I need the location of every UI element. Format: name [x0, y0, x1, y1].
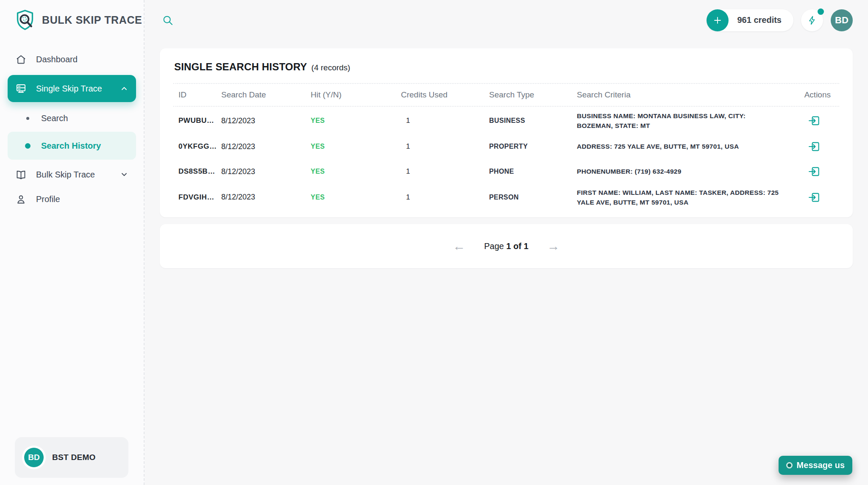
arrow-left-icon: ←	[453, 239, 465, 253]
book-icon	[15, 169, 27, 180]
sidebar-item-search-history[interactable]: Search History	[8, 132, 136, 160]
enter-icon	[808, 165, 821, 178]
column-header-search-type: Search Type	[489, 90, 577, 100]
search-history-card: SINGLE SEARCH HISTORY (4 records) ID Sea…	[160, 48, 853, 217]
cell-search-date: 8/12/2023	[221, 142, 311, 151]
sidebar-item-label: Dashboard	[36, 55, 78, 64]
page-title: SINGLE SEARCH HISTORY	[174, 61, 307, 73]
page-indicator-current: 1 of 1	[506, 241, 529, 251]
status-ring-icon	[786, 462, 793, 468]
activity-button[interactable]	[801, 9, 823, 31]
card-title-row: SINGLE SEARCH HISTORY (4 records)	[173, 48, 839, 84]
sidebar-nav: Dashboard Single Skip Trace Search	[0, 40, 144, 211]
add-credits-button[interactable]	[707, 9, 729, 31]
table-row: 0YKFGG… 8/12/2023 YES 1 PROPERTY ADDRESS…	[173, 134, 839, 159]
cell-hit: YES	[311, 117, 401, 125]
sidebar-item-single-skip-trace[interactable]: Single Skip Trace	[8, 75, 136, 102]
open-record-button[interactable]	[807, 139, 821, 154]
sidebar-item-label: Search History	[41, 141, 101, 151]
sidebar-item-profile[interactable]: Profile	[8, 187, 136, 211]
pagination-bar: ← Page 1 of 1 →	[160, 224, 853, 268]
bolt-icon	[807, 15, 817, 25]
credits-label: 961 credits	[737, 15, 782, 25]
table-row: FDVGIH… 8/12/2023 YES 1 PERSON FIRST NAM…	[173, 184, 839, 211]
column-header-credits-used: Credits Used	[401, 90, 489, 100]
sidebar: BULK SKIP TRACE Dashboard Single Skip Tr…	[0, 0, 145, 485]
app-root: BULK SKIP TRACE Dashboard Single Skip Tr…	[0, 0, 868, 485]
page-indicator: Page 1 of 1	[484, 241, 529, 251]
search-icon	[161, 14, 174, 27]
avatar: BD	[24, 448, 44, 467]
sidebar-item-label: Single Skip Trace	[36, 84, 102, 94]
dot-icon	[25, 143, 31, 149]
search-button[interactable]	[160, 12, 176, 28]
user-name: BST DEMO	[52, 453, 96, 462]
cell-hit: YES	[311, 168, 401, 175]
person-icon	[15, 194, 27, 205]
enter-icon	[808, 191, 821, 204]
enter-icon	[808, 140, 821, 153]
cell-search-type: PHONE	[489, 168, 577, 175]
records-count: (4 records)	[312, 63, 351, 72]
cell-id: DS8S5B…	[178, 167, 221, 176]
shield-magnifier-logo-icon	[14, 9, 36, 32]
sidebar-user-card[interactable]: BD BST DEMO	[15, 437, 128, 478]
topbar: 961 credits BD	[160, 0, 853, 40]
cell-id: PWUBU…	[178, 116, 221, 125]
cell-search-type: BUSINESS	[489, 117, 577, 125]
server-icon	[15, 83, 27, 94]
credits-pill[interactable]: 961 credits	[707, 9, 793, 31]
home-icon	[15, 54, 27, 65]
column-header-search-date: Search Date	[221, 90, 311, 100]
open-record-button[interactable]	[807, 190, 821, 205]
cell-credits-used: 1	[401, 193, 489, 202]
sidebar-item-label: Bulk Skip Trace	[36, 170, 95, 180]
enter-icon	[808, 114, 821, 127]
table-row: DS8S5B… 8/12/2023 YES 1 PHONE PHONENUMBE…	[173, 159, 839, 184]
open-record-button[interactable]	[807, 114, 821, 128]
sidebar-item-bulk-skip-trace[interactable]: Bulk Skip Trace	[8, 162, 136, 187]
sidebar-item-label: Profile	[36, 194, 60, 204]
chevron-down-icon	[120, 170, 128, 179]
open-record-button[interactable]	[807, 164, 821, 179]
page-indicator-prefix: Page	[484, 241, 504, 251]
column-header-id: ID	[178, 90, 221, 100]
message-us-label: Message us	[797, 460, 845, 470]
brand-logo[interactable]: BULK SKIP TRACE	[0, 0, 144, 40]
brand-name: BULK SKIP TRACE	[42, 14, 142, 26]
chevron-up-icon	[120, 84, 128, 93]
cell-credits-used: 1	[401, 142, 489, 151]
cell-credits-used: 1	[401, 167, 489, 176]
cell-search-criteria: PHONENUMBER: (719) 632-4929	[577, 163, 794, 180]
cell-search-date: 8/12/2023	[221, 167, 311, 176]
sidebar-item-dashboard[interactable]: Dashboard	[8, 47, 136, 72]
cell-search-date: 8/12/2023	[221, 116, 311, 125]
profile-avatar[interactable]: BD	[831, 9, 853, 31]
dot-icon	[26, 117, 29, 120]
table-body: PWUBU… 8/12/2023 YES 1 BUSINESS BUSINESS…	[173, 108, 839, 211]
cell-credits-used: 1	[401, 116, 489, 125]
notification-dot	[818, 8, 824, 15]
previous-page-button[interactable]: ←	[453, 240, 465, 252]
next-page-button[interactable]: →	[547, 240, 560, 252]
sidebar-item-search[interactable]: Search	[8, 107, 136, 129]
cell-search-criteria: FIRST NAME: WILLIAM, LAST NAME: TASKER, …	[577, 184, 794, 211]
table-row: PWUBU… 8/12/2023 YES 1 BUSINESS BUSINESS…	[173, 108, 839, 134]
cell-id: FDVGIH…	[178, 193, 221, 202]
cell-search-criteria: BUSINESS NAME: MONTANA BUSINESS LAW, CIT…	[577, 108, 794, 134]
arrow-right-icon: →	[547, 239, 560, 253]
cell-id: 0YKFGG…	[178, 142, 221, 151]
plus-icon	[712, 15, 723, 25]
table-header-row: ID Search Date Hit (Y/N) Credits Used Se…	[173, 84, 839, 107]
column-header-hit: Hit (Y/N)	[311, 90, 401, 100]
cell-hit: YES	[311, 194, 401, 201]
message-us-button[interactable]: Message us	[779, 456, 852, 475]
sidebar-item-label: Search	[41, 114, 68, 123]
cell-hit: YES	[311, 143, 401, 150]
column-header-actions: Actions	[794, 90, 834, 100]
cell-search-criteria: ADDRESS: 725 YALE AVE, BUTTE, MT 59701, …	[577, 138, 794, 155]
topbar-right: 961 credits BD	[707, 9, 853, 31]
cell-search-date: 8/12/2023	[221, 193, 311, 202]
cell-search-type: PERSON	[489, 194, 577, 201]
cell-search-type: PROPERTY	[489, 143, 577, 150]
